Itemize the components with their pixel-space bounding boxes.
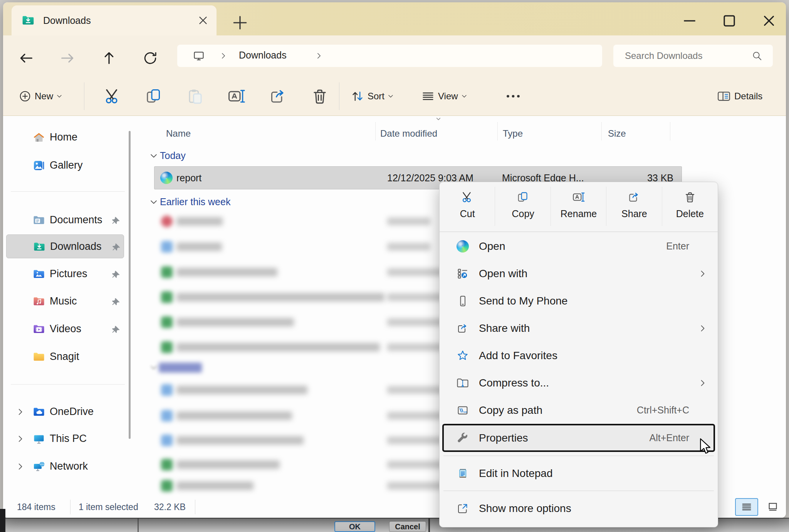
sidebar-item-music[interactable]: Music [6,289,124,313]
breadcrumb-chevron-icon[interactable] [315,52,323,60]
this-pc-icon[interactable] [193,50,205,62]
file-icon-blurred [161,341,173,353]
back-button[interactable] [18,50,34,66]
share-button[interactable] [265,85,291,107]
file-row-blurred[interactable] [176,217,223,226]
file-row-blurred[interactable] [176,243,222,251]
file-row-blurred[interactable] [176,412,292,420]
close-button[interactable] [759,11,779,31]
column-divider[interactable] [375,122,376,141]
sidebar-item-label: This PC [50,433,87,445]
minimize-button[interactable] [680,11,700,31]
group-collapse-icon[interactable] [149,152,158,160]
group-header-blurred[interactable] [159,363,202,373]
sidebar-item-downloads[interactable]: Downloads [6,234,124,258]
folder-plain-icon [33,351,45,363]
more-options-button[interactable] [500,85,526,107]
forward-button[interactable] [59,50,76,66]
sidebar-item-documents[interactable]: Documents [6,208,124,232]
group-header[interactable]: Today [160,150,186,161]
group-collapse-icon[interactable] [149,198,158,206]
view-button[interactable]: View [417,85,471,107]
menu-item-share-with[interactable]: Share with [440,315,718,342]
group-header[interactable]: Earlier this week [160,196,230,207]
quick-action-rename[interactable]: Rename [551,182,606,231]
menu-item-copy-as-path[interactable]: Copy as pathCtrl+Shift+C [440,396,718,424]
breadcrumb-chevron-icon[interactable] [220,52,227,60]
sidebar-item-network[interactable]: Network [6,455,124,478]
column-header-type[interactable]: Type [503,128,523,139]
tab-close-button[interactable] [196,14,210,27]
quick-action-share[interactable]: Share [606,182,662,231]
up-button[interactable] [101,50,117,66]
expand-chevron-icon[interactable] [16,462,25,471]
file-row-blurred[interactable] [176,460,280,469]
details-view-toggle[interactable] [735,498,758,516]
group-collapse-icon[interactable] [149,363,158,372]
sidebar-item-onedrive[interactable]: OneDrive [6,400,124,424]
new-tab-button[interactable] [231,14,249,32]
downloads-folder-icon [22,14,35,27]
menu-item-open[interactable]: OpenEnter [440,233,718,260]
quick-action-copy[interactable]: Copy [495,182,551,231]
cut-button[interactable] [99,85,126,107]
address-bar[interactable]: Downloads [177,45,602,67]
column-divider[interactable] [670,122,670,141]
sidebar-item-pictures[interactable]: Pictures [6,262,124,286]
refresh-button[interactable] [142,50,158,66]
sidebar-scrollbar[interactable] [129,131,131,439]
column-divider[interactable] [497,122,498,141]
sidebar-item-videos[interactable]: Videos [6,317,124,341]
file-row-blurred[interactable] [176,386,307,394]
menu-item-send-to-my-phone[interactable]: Send to My Phone [440,287,718,315]
menu-item-edit-in-notepad[interactable]: Edit in Notepad [440,460,718,487]
ok-button[interactable]: OK [334,521,375,532]
file-date-blurred [387,243,430,251]
column-header-size[interactable]: Size [608,128,626,139]
expand-chevron-icon[interactable] [16,408,25,416]
new-button[interactable]: New [15,85,66,107]
tab-title: Downloads [43,15,196,26]
search-icon[interactable] [751,50,763,62]
paste-button[interactable] [182,85,208,107]
file-row-blurred[interactable] [176,482,253,490]
column-header-name[interactable]: Name [166,128,191,139]
delete-button[interactable] [307,85,333,107]
sort-icon [351,89,364,103]
rename-icon [227,87,246,105]
rename-button[interactable] [223,85,250,107]
tab-downloads[interactable]: Downloads [12,5,217,35]
search-input[interactable] [624,45,744,67]
menu-item-show-more-options[interactable]: Show more options [440,495,718,522]
menu-item-compress-to[interactable]: Compress to... [440,369,718,396]
menu-item-add-to-favorites[interactable]: Add to Favorites [440,342,718,369]
column-divider[interactable] [601,122,602,141]
sidebar-item-gallery[interactable]: Gallery [6,154,124,177]
cut-icon [103,87,122,105]
file-row-blurred[interactable] [176,436,304,445]
menu-item-properties[interactable]: PropertiesAlt+Enter [442,424,715,452]
breadcrumb[interactable]: Downloads [239,50,287,61]
file-icon-blurred [161,410,173,422]
menu-item-open-with[interactable]: Open with [440,260,718,287]
context-menu-quick-actions: CutCopyRenameShareDelete [440,182,718,231]
details-pane-button[interactable]: Details [713,85,769,107]
search-box[interactable] [613,45,773,67]
expand-chevron-icon[interactable] [16,435,25,443]
sort-button[interactable]: Sort [347,85,398,107]
sidebar-item-snagit[interactable]: Snagit [6,345,124,369]
sidebar-item-home[interactable]: Home [6,125,124,149]
column-header-date-modified[interactable]: Date modified [380,128,437,139]
cancel-button[interactable]: Cancel [389,521,426,532]
file-row-blurred[interactable] [176,293,384,301]
quick-action-delete[interactable]: Delete [662,182,718,231]
copy-button[interactable] [141,85,167,107]
file-row-blurred[interactable] [176,343,380,351]
thumbnail-view-toggle[interactable] [761,498,784,516]
sidebar-item-this-pc[interactable]: This PC [6,427,124,451]
maximize-button[interactable] [719,11,739,31]
quick-action-cut[interactable]: Cut [440,182,495,231]
file-row-blurred[interactable] [176,318,294,326]
file-row-blurred[interactable] [176,268,277,276]
pin-icon [112,297,121,306]
